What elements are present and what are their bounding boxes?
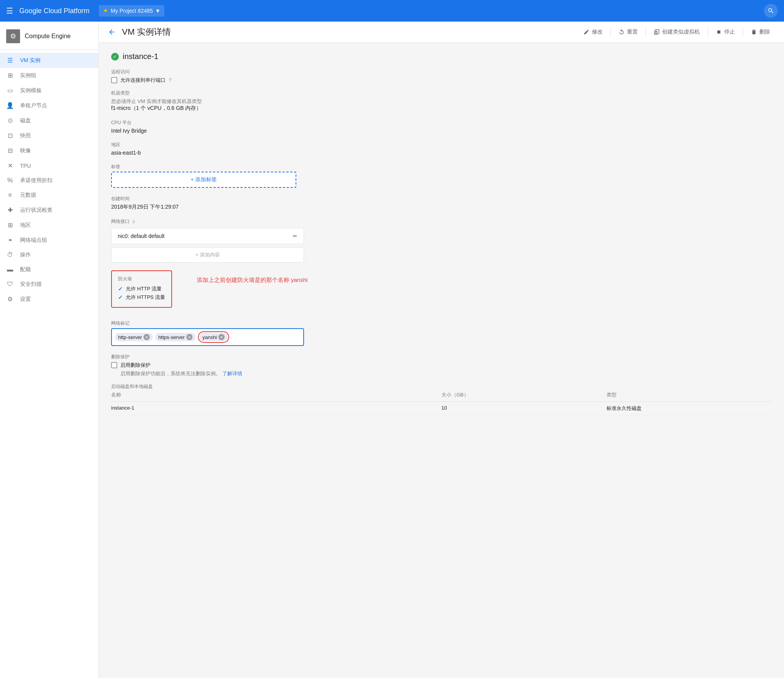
sidebar-item-label: 实例组: [20, 72, 36, 79]
back-button[interactable]: [108, 28, 116, 36]
tag-remove-https-server[interactable]: ✕: [186, 334, 193, 340]
sidebar-nav: ☰ VM 实例 ⊞ 实例组 ▭ 实例模板 👤 单租户节点 ⊙ 磁盘 ⊡ 快照: [0, 50, 98, 310]
disk-row-size: 10: [441, 405, 607, 412]
help-icon[interactable]: ?: [169, 77, 172, 83]
machine-type-value: f1-micro（1 个 vCPU，0.6 GB 内存）: [111, 105, 772, 112]
serial-port-checkbox[interactable]: [111, 77, 117, 83]
edit-label: 修改: [592, 29, 603, 35]
tag-remove-http-server[interactable]: ✕: [144, 334, 150, 340]
sidebar-item-quotas[interactable]: ▬ 配额: [0, 262, 98, 277]
vm-icon: ☰: [6, 57, 14, 64]
reset-label: 重置: [627, 29, 638, 35]
sidebar-item-metadata[interactable]: ≡ 元数据: [0, 188, 98, 202]
sidebar-item-zones[interactable]: ⊞ 地区: [0, 218, 98, 233]
top-header: ☰ Google Cloud Platform ✦ My Project 824…: [0, 0, 784, 22]
project-selector[interactable]: ✦ My Project 82485 ▼: [99, 5, 164, 17]
tags-label: 标签: [111, 164, 772, 170]
add-tags-button[interactable]: + 添加标签: [111, 172, 296, 188]
sidebar-brand: ⚙ Compute Engine: [0, 22, 98, 50]
quotas-icon: ▬: [6, 266, 14, 273]
sidebar-item-security-scans[interactable]: 🛡 安全扫描: [0, 277, 98, 292]
https-label: 允许 HTTPS 流量: [126, 294, 165, 301]
created-at-value: 2018年9月29日 下午1:29:07: [111, 204, 772, 211]
sidebar-item-operations[interactable]: ⏱ 操作: [0, 248, 98, 262]
tpu-icon: ✕: [6, 162, 14, 169]
sidebar-item-label: 承诺使用折扣: [20, 177, 52, 184]
sidebar-item-label: 单租户节点: [20, 102, 47, 109]
add-content-button[interactable]: + 添加内容: [111, 247, 304, 263]
delete-protection-checkbox-label: 启用删除保护: [120, 362, 150, 369]
sidebar-item-committed-use[interactable]: % 承诺使用折扣: [0, 173, 98, 188]
sole-tenant-icon: 👤: [6, 102, 14, 109]
cpu-platform-section: CPU 平台 Intel Ivy Bridge: [111, 120, 772, 134]
stop-button[interactable]: 停止: [711, 26, 740, 38]
sidebar-item-label: 设置: [20, 296, 31, 303]
delete-protection-checkbox[interactable]: [111, 362, 117, 368]
edit-button[interactable]: 修改: [579, 26, 607, 38]
sidebar-item-vm-instances[interactable]: ☰ VM 实例: [0, 53, 98, 68]
instance-templates-icon: ▭: [6, 87, 14, 94]
sidebar-item-tpu[interactable]: ✕ TPU: [0, 158, 98, 173]
page-title: VM 实例详情: [122, 26, 171, 38]
network-tags-label: 网络标记: [111, 320, 772, 327]
create-similar-label: 创建类似虚拟机: [662, 29, 700, 35]
project-dropdown-icon: ▼: [155, 8, 161, 14]
search-button[interactable]: [764, 4, 778, 18]
zones-icon: ⊞: [6, 221, 14, 229]
sidebar-item-label: 映像: [20, 147, 31, 154]
network-interface-section: 网络接口 ? nic0: default default ✏ + 添加内容: [111, 218, 772, 263]
disk-table-label: 启动磁盘和本地磁盘: [111, 383, 772, 390]
tag-chip-yanshi: yanshi ✕: [199, 333, 228, 341]
sidebar-item-snapshots[interactable]: ⊡ 快照: [0, 128, 98, 143]
operations-icon: ⏱: [6, 251, 14, 258]
delete-button[interactable]: 删除: [746, 26, 775, 38]
zone-value: asia-east1-b: [111, 150, 772, 156]
http-check-icon: ✓: [118, 286, 123, 292]
sidebar-item-instance-groups[interactable]: ⊞ 实例组: [0, 68, 98, 83]
machine-type-label: 机器类型: [111, 90, 772, 96]
sidebar-item-settings[interactable]: ⚙ 设置: [0, 292, 98, 307]
cpu-platform-value: Intel Ivy Bridge: [111, 128, 772, 134]
disks-icon: ⊙: [6, 117, 14, 124]
tag-remove-yanshi[interactable]: ✕: [218, 334, 225, 340]
layout: ⚙ Compute Engine ☰ VM 实例 ⊞ 实例组 ▭ 实例模板 👤 …: [0, 22, 784, 678]
compute-engine-icon: ⚙: [6, 29, 20, 43]
firewall-row: 防火墙 ✓ 允许 HTTP 流量 ✓ 允许 HTTPS 流量 添加上之前创建防火…: [111, 270, 772, 314]
http-label: 允许 HTTP 流量: [126, 285, 162, 292]
sidebar-brand-label: Compute Engine: [25, 33, 71, 40]
security-scans-icon: 🛡: [6, 281, 14, 288]
project-name: My Project 82485: [111, 8, 153, 14]
add-tags-label: + 添加标签: [191, 176, 217, 183]
instance-groups-icon: ⊞: [6, 72, 14, 79]
metadata-icon: ≡: [6, 192, 14, 199]
tag-chip-label: yanshi: [203, 334, 217, 340]
tag-chip-label: http-server: [118, 334, 142, 340]
sidebar-item-instance-templates[interactable]: ▭ 实例模板: [0, 83, 98, 98]
network-tags-input[interactable]: http-server ✕ https-server ✕ yanshi ✕: [111, 328, 304, 346]
status-indicator: ✓: [111, 53, 119, 61]
disk-col-type-header: 类型: [607, 391, 772, 398]
divider: [610, 27, 611, 37]
network-help-icon[interactable]: ?: [132, 219, 135, 226]
create-similar-button[interactable]: 创建类似虚拟机: [649, 26, 705, 38]
main-content: VM 实例详情 修改 重置 创建类似虚拟机: [99, 22, 784, 678]
sidebar-item-images[interactable]: ⊟ 映像: [0, 143, 98, 158]
reset-button[interactable]: 重置: [614, 26, 642, 38]
sidebar-item-sole-tenant[interactable]: 👤 单租户节点: [0, 98, 98, 113]
sidebar-item-label: 地区: [20, 222, 31, 229]
menu-icon[interactable]: ☰: [6, 6, 13, 15]
remote-access-section: 远程访问 允许连接到串行端口 ?: [111, 69, 772, 84]
firewall-section: 防火墙 ✓ 允许 HTTP 流量 ✓ 允许 HTTPS 流量: [111, 270, 172, 308]
sidebar-item-network-endpoint-groups[interactable]: ⚭ 网络端点组: [0, 233, 98, 248]
sidebar-item-disks[interactable]: ⊙ 磁盘: [0, 113, 98, 128]
nic-edit-icon[interactable]: ✏: [293, 233, 297, 239]
images-icon: ⊟: [6, 147, 14, 154]
page-header-actions: 修改 重置 创建类似虚拟机 停止: [579, 26, 775, 38]
sidebar-item-health-checks[interactable]: ✚ 运行状况检查: [0, 202, 98, 218]
neg-icon: ⚭: [6, 236, 14, 244]
network-interface-header: 网络接口 ?: [111, 218, 772, 226]
learn-more-link[interactable]: 了解详情: [222, 371, 242, 376]
sidebar-item-label: 快照: [20, 132, 31, 139]
delete-protection-label: 删除保护: [111, 354, 772, 360]
delete-protection-desc-text: 启用删除保护功能后，系统将无法删除实例。: [120, 371, 221, 376]
